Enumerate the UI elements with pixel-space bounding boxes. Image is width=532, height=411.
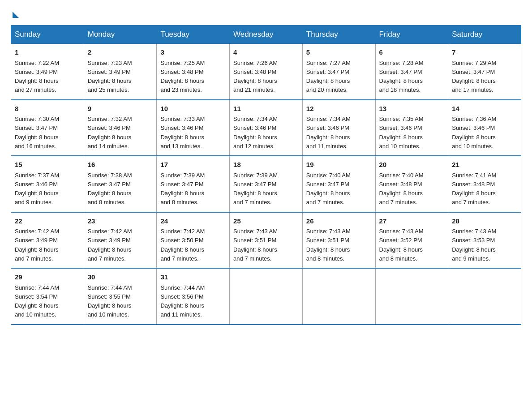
day-number: 23 — [88, 216, 153, 227]
day-info: Sunrise: 7:34 AMSunset: 3:46 PMDaylight:… — [233, 116, 278, 150]
column-header-wednesday: Wednesday — [230, 26, 303, 44]
day-info: Sunrise: 7:43 AMSunset: 3:52 PMDaylight:… — [379, 228, 424, 262]
calendar-cell: 29 Sunrise: 7:44 AMSunset: 3:54 PMDaylig… — [11, 268, 84, 325]
calendar-cell: 25 Sunrise: 7:43 AMSunset: 3:51 PMDaylig… — [230, 212, 303, 269]
column-header-saturday: Saturday — [448, 26, 521, 44]
day-number: 25 — [233, 216, 299, 227]
calendar-cell: 18 Sunrise: 7:39 AMSunset: 3:47 PMDaylig… — [230, 156, 303, 212]
calendar-cell: 5 Sunrise: 7:27 AMSunset: 3:47 PMDayligh… — [302, 44, 375, 100]
day-info: Sunrise: 7:44 AMSunset: 3:54 PMDaylight:… — [15, 284, 59, 318]
calendar-cell: 20 Sunrise: 7:40 AMSunset: 3:48 PMDaylig… — [375, 156, 448, 212]
calendar-week-row: 15 Sunrise: 7:37 AMSunset: 3:46 PMDaylig… — [11, 156, 521, 212]
calendar-cell: 9 Sunrise: 7:32 AMSunset: 3:46 PMDayligh… — [84, 100, 157, 156]
day-info: Sunrise: 7:36 AMSunset: 3:46 PMDaylight:… — [452, 116, 496, 150]
calendar-cell: 13 Sunrise: 7:35 AMSunset: 3:46 PMDaylig… — [375, 100, 448, 156]
calendar-cell: 21 Sunrise: 7:41 AMSunset: 3:48 PMDaylig… — [448, 156, 521, 212]
day-info: Sunrise: 7:22 AMSunset: 3:49 PMDaylight:… — [15, 60, 59, 94]
day-info: Sunrise: 7:43 AMSunset: 3:51 PMDaylight:… — [306, 228, 351, 262]
column-header-sunday: Sunday — [11, 26, 84, 44]
calendar-cell: 10 Sunrise: 7:33 AMSunset: 3:46 PMDaylig… — [157, 100, 230, 156]
day-number: 1 — [15, 47, 80, 58]
day-number: 31 — [160, 272, 226, 283]
logo-triangle-icon — [13, 12, 19, 18]
day-info: Sunrise: 7:40 AMSunset: 3:48 PMDaylight:… — [379, 172, 424, 206]
column-header-monday: Monday — [84, 26, 157, 44]
day-number: 11 — [233, 104, 299, 114]
calendar-cell — [448, 268, 521, 325]
calendar-cell: 8 Sunrise: 7:30 AMSunset: 3:47 PMDayligh… — [11, 100, 84, 156]
day-info: Sunrise: 7:28 AMSunset: 3:47 PMDaylight:… — [379, 60, 424, 94]
day-info: Sunrise: 7:25 AMSunset: 3:48 PMDaylight:… — [160, 60, 205, 94]
calendar-header-row: SundayMondayTuesdayWednesdayThursdayFrid… — [11, 26, 521, 44]
day-number: 29 — [15, 272, 80, 283]
calendar-cell: 27 Sunrise: 7:43 AMSunset: 3:52 PMDaylig… — [375, 212, 448, 269]
day-number: 21 — [452, 160, 517, 170]
day-number: 13 — [379, 104, 445, 114]
calendar-cell: 24 Sunrise: 7:42 AMSunset: 3:50 PMDaylig… — [157, 212, 230, 269]
calendar-cell: 12 Sunrise: 7:34 AMSunset: 3:46 PMDaylig… — [302, 100, 375, 156]
calendar-cell — [230, 268, 303, 325]
day-number: 17 — [160, 160, 226, 170]
day-number: 15 — [15, 160, 80, 170]
day-info: Sunrise: 7:41 AMSunset: 3:48 PMDaylight:… — [452, 172, 496, 206]
day-info: Sunrise: 7:43 AMSunset: 3:53 PMDaylight:… — [452, 228, 496, 262]
calendar-week-row: 22 Sunrise: 7:42 AMSunset: 3:49 PMDaylig… — [11, 212, 521, 269]
day-number: 6 — [379, 47, 445, 58]
calendar-cell: 2 Sunrise: 7:23 AMSunset: 3:49 PMDayligh… — [84, 44, 157, 100]
day-number: 19 — [306, 160, 372, 170]
calendar-cell: 1 Sunrise: 7:22 AMSunset: 3:49 PMDayligh… — [11, 44, 84, 100]
day-number: 18 — [233, 160, 299, 170]
day-number: 20 — [379, 160, 445, 170]
day-number: 7 — [452, 47, 517, 58]
day-info: Sunrise: 7:42 AMSunset: 3:49 PMDaylight:… — [88, 228, 132, 262]
day-info: Sunrise: 7:33 AMSunset: 3:46 PMDaylight:… — [160, 116, 205, 150]
calendar-week-row: 29 Sunrise: 7:44 AMSunset: 3:54 PMDaylig… — [11, 268, 521, 325]
day-number: 26 — [306, 216, 372, 227]
day-info: Sunrise: 7:30 AMSunset: 3:47 PMDaylight:… — [15, 116, 59, 150]
day-info: Sunrise: 7:35 AMSunset: 3:46 PMDaylight:… — [379, 116, 424, 150]
column-header-tuesday: Tuesday — [157, 26, 230, 44]
calendar-cell: 16 Sunrise: 7:38 AMSunset: 3:47 PMDaylig… — [84, 156, 157, 212]
day-number: 3 — [160, 47, 226, 58]
calendar-cell: 7 Sunrise: 7:29 AMSunset: 3:47 PMDayligh… — [448, 44, 521, 100]
day-info: Sunrise: 7:27 AMSunset: 3:47 PMDaylight:… — [306, 60, 351, 94]
day-info: Sunrise: 7:29 AMSunset: 3:47 PMDaylight:… — [452, 60, 496, 94]
day-number: 16 — [88, 160, 153, 170]
day-info: Sunrise: 7:26 AMSunset: 3:48 PMDaylight:… — [233, 60, 278, 94]
day-info: Sunrise: 7:23 AMSunset: 3:49 PMDaylight:… — [88, 60, 132, 94]
day-number: 2 — [88, 47, 153, 58]
day-number: 27 — [379, 216, 445, 227]
day-number: 4 — [233, 47, 299, 58]
day-info: Sunrise: 7:34 AMSunset: 3:46 PMDaylight:… — [306, 116, 351, 150]
day-info: Sunrise: 7:42 AMSunset: 3:50 PMDaylight:… — [160, 228, 205, 262]
calendar-table: SundayMondayTuesdayWednesdayThursdayFrid… — [11, 25, 521, 325]
day-info: Sunrise: 7:39 AMSunset: 3:47 PMDaylight:… — [160, 172, 205, 206]
day-info: Sunrise: 7:43 AMSunset: 3:51 PMDaylight:… — [233, 228, 278, 262]
calendar-cell: 4 Sunrise: 7:26 AMSunset: 3:48 PMDayligh… — [230, 44, 303, 100]
column-header-friday: Friday — [375, 26, 448, 44]
calendar-cell: 30 Sunrise: 7:44 AMSunset: 3:55 PMDaylig… — [84, 268, 157, 325]
calendar-cell — [302, 268, 375, 325]
day-info: Sunrise: 7:39 AMSunset: 3:47 PMDaylight:… — [233, 172, 278, 206]
page-header — [11, 11, 521, 18]
calendar-cell: 14 Sunrise: 7:36 AMSunset: 3:46 PMDaylig… — [448, 100, 521, 156]
calendar-week-row: 8 Sunrise: 7:30 AMSunset: 3:47 PMDayligh… — [11, 100, 521, 156]
day-number: 10 — [160, 104, 226, 114]
calendar-cell: 28 Sunrise: 7:43 AMSunset: 3:53 PMDaylig… — [448, 212, 521, 269]
calendar-cell: 11 Sunrise: 7:34 AMSunset: 3:46 PMDaylig… — [230, 100, 303, 156]
day-info: Sunrise: 7:37 AMSunset: 3:46 PMDaylight:… — [15, 172, 59, 206]
day-number: 5 — [306, 47, 372, 58]
logo-blue-text — [11, 11, 19, 18]
logo — [11, 11, 19, 18]
calendar-cell: 3 Sunrise: 7:25 AMSunset: 3:48 PMDayligh… — [157, 44, 230, 100]
day-number: 9 — [88, 104, 153, 114]
day-number: 28 — [452, 216, 517, 227]
calendar-cell: 15 Sunrise: 7:37 AMSunset: 3:46 PMDaylig… — [11, 156, 84, 212]
day-info: Sunrise: 7:32 AMSunset: 3:46 PMDaylight:… — [88, 116, 132, 150]
day-info: Sunrise: 7:42 AMSunset: 3:49 PMDaylight:… — [15, 228, 59, 262]
day-info: Sunrise: 7:44 AMSunset: 3:55 PMDaylight:… — [88, 284, 132, 318]
calendar-cell: 19 Sunrise: 7:40 AMSunset: 3:47 PMDaylig… — [302, 156, 375, 212]
calendar-cell — [375, 268, 448, 325]
day-number: 8 — [15, 104, 80, 114]
calendar-cell: 6 Sunrise: 7:28 AMSunset: 3:47 PMDayligh… — [375, 44, 448, 100]
